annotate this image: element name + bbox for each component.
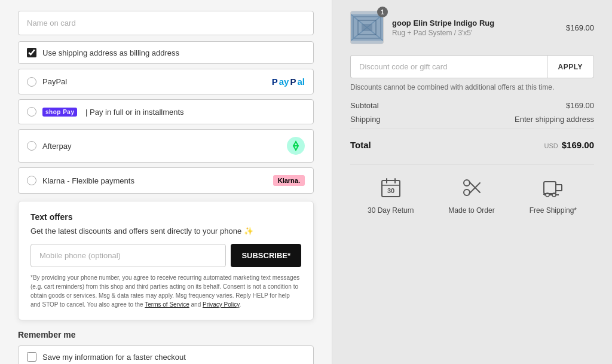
product-info: goop Elin Stripe Indigo Rug Rug + Pad Sy… [392,19,558,37]
paypal-label: PayPal [42,77,67,86]
svg-rect-6 [362,24,372,31]
svg-text:30: 30 [387,187,394,194]
text-offers-title: Text offers [30,212,301,222]
afterpay-icon [287,137,305,155]
phone-row: SUBSCRIBE* [30,244,301,267]
svg-rect-16 [544,182,556,194]
save-info-row[interactable]: Save my information for a faster checkou… [18,345,314,364]
calendar-icon: 30 [380,177,402,203]
product-image: 1 [350,11,384,44]
svg-line-14 [469,182,480,192]
total-right: USD $169.00 [544,140,594,150]
feature-free-shipping: Free Shipping* [530,177,577,215]
payment-option-klarna[interactable]: Klarna - Flexible payments Klarna. [18,167,314,194]
subtotal-label: Subtotal [350,101,379,110]
apply-button[interactable]: APPLY [547,55,594,78]
total-value: $169.00 [562,140,594,150]
shoppay-label: | Pay in full or in installments [83,108,183,117]
feature-made-to-order-label: Made to Order [448,206,494,215]
save-info-checkbox[interactable] [27,352,36,362]
shipping-label: Shipping [350,115,381,124]
text-offers-desc: Get the latest discounts and offers sent… [30,227,301,235]
text-offers-box: Text offers Get the latest discounts and… [18,201,314,320]
feature-return: 30 30 Day Return [368,177,414,215]
klarna-icon: Klarna. [273,175,305,186]
payment-option-shoppay[interactable]: shop Pay | Pay in full or in installment… [18,99,314,124]
privacy-link[interactable]: Privacy Policy [203,301,240,308]
remember-me-title: Remember me [18,330,314,339]
shipping-billing-label: Use shipping address as billing address [42,48,179,57]
payment-option-paypal[interactable]: PayPal PayPal [18,69,314,94]
features-row: 30 30 Day Return Made to Order [350,164,594,215]
summary-divider [350,129,594,129]
shipping-tag-icon [542,177,564,203]
shipping-value: Enter shipping address [515,115,594,124]
shipping-billing-row[interactable]: Use shipping address as billing address [18,41,314,64]
shoppay-radio[interactable] [27,107,36,117]
paypal-radio[interactable] [27,77,36,87]
terms-link[interactable]: Terms of Service [145,301,189,308]
order-summary: Subtotal $169.00 Shipping Enter shipping… [350,101,594,150]
svg-point-13 [464,189,470,195]
remember-me-section: Remember me Save my information for a fa… [18,330,314,364]
subscribe-button[interactable]: SUBSCRIBE* [231,244,301,267]
paypal-icon: PayPal [272,77,305,87]
right-panel: 1 goop Elin Stripe Indigo Rug Rug + Pad … [332,0,612,364]
shipping-row: Shipping Enter shipping address [350,115,594,124]
total-row: Total USD $169.00 [350,135,594,150]
discount-notice: Discounts cannot be combined with additi… [350,83,594,91]
scissors-icon [461,177,482,203]
disclaimer-text: *By providing your phone number, you agr… [30,273,301,309]
discount-input[interactable] [350,55,547,78]
subtotal-row: Subtotal $169.00 [350,101,594,110]
product-badge: 1 [377,7,388,17]
afterpay-radio[interactable] [27,141,36,151]
payment-option-afterpay[interactable]: Afterpay [18,129,314,163]
product-name: goop Elin Stripe Indigo Rug [392,19,558,27]
phone-input[interactable] [30,244,226,267]
product-variant: Rug + Pad System / 3'x5' [392,29,558,37]
feature-return-label: 30 Day Return [368,206,414,215]
svg-line-15 [469,183,480,194]
left-panel: Use shipping address as billing address … [0,0,332,364]
shipping-billing-checkbox[interactable] [27,48,36,57]
svg-point-12 [464,180,470,186]
klarna-radio[interactable] [27,176,36,185]
product-price: $169.00 [566,23,594,32]
total-currency: USD [544,142,558,149]
total-label: Total [350,140,371,150]
klarna-label: Klarna - Flexible payments [42,176,134,185]
feature-made-to-order: Made to Order [448,177,494,215]
afterpay-label: Afterpay [42,142,71,151]
subtotal-value: $169.00 [566,101,594,110]
shoppay-badge-icon: shop Pay [42,108,77,117]
product-row: 1 goop Elin Stripe Indigo Rug Rug + Pad … [350,11,594,44]
discount-row: APPLY [350,55,594,78]
name-on-card-input[interactable] [18,11,314,35]
save-info-label: Save my information for a faster checkou… [42,353,186,362]
feature-free-shipping-label: Free Shipping* [530,206,577,215]
